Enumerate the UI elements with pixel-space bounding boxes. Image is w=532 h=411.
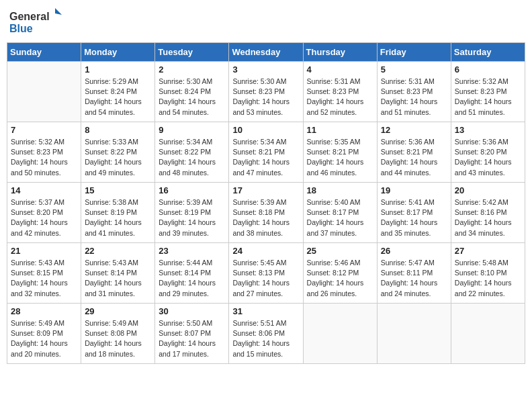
day-info: Sunrise: 5:38 AMSunset: 8:19 PMDaylight:… bbox=[85, 197, 151, 238]
logo: GeneralBlue bbox=[9, 7, 63, 37]
calendar-cell: 5Sunrise: 5:31 AMSunset: 8:23 PMDaylight… bbox=[377, 62, 451, 122]
day-info: Sunrise: 5:34 AMSunset: 8:21 PMDaylight:… bbox=[232, 137, 299, 178]
calendar-week-3: 14Sunrise: 5:37 AMSunset: 8:20 PMDayligh… bbox=[7, 183, 525, 243]
calendar-cell bbox=[377, 304, 451, 364]
calendar-cell: 30Sunrise: 5:50 AMSunset: 8:07 PMDayligh… bbox=[155, 304, 229, 364]
day-number: 11 bbox=[307, 125, 373, 135]
calendar-header-wednesday: Wednesday bbox=[229, 43, 303, 62]
day-number: 1 bbox=[85, 64, 151, 75]
day-number: 5 bbox=[381, 64, 447, 75]
calendar-week-5: 28Sunrise: 5:49 AMSunset: 8:09 PMDayligh… bbox=[7, 304, 525, 364]
calendar-cell: 25Sunrise: 5:46 AMSunset: 8:12 PMDayligh… bbox=[303, 243, 377, 304]
day-info: Sunrise: 5:31 AMSunset: 8:23 PMDaylight:… bbox=[381, 77, 447, 118]
day-number: 20 bbox=[455, 185, 521, 195]
calendar-cell: 9Sunrise: 5:34 AMSunset: 8:22 PMDaylight… bbox=[155, 122, 229, 183]
day-info: Sunrise: 5:32 AMSunset: 8:23 PMDaylight:… bbox=[455, 77, 521, 118]
day-info: Sunrise: 5:33 AMSunset: 8:22 PMDaylight:… bbox=[85, 137, 151, 178]
day-number: 24 bbox=[232, 246, 299, 256]
day-number: 3 bbox=[232, 64, 299, 75]
calendar-cell: 12Sunrise: 5:36 AMSunset: 8:21 PMDayligh… bbox=[377, 122, 451, 183]
day-number: 9 bbox=[159, 125, 225, 135]
calendar-header-thursday: Thursday bbox=[303, 43, 377, 62]
day-info: Sunrise: 5:51 AMSunset: 8:06 PMDaylight:… bbox=[232, 318, 299, 359]
calendar-cell: 17Sunrise: 5:39 AMSunset: 8:18 PMDayligh… bbox=[229, 183, 303, 243]
calendar-cell: 27Sunrise: 5:48 AMSunset: 8:10 PMDayligh… bbox=[451, 243, 525, 304]
calendar-cell: 24Sunrise: 5:45 AMSunset: 8:13 PMDayligh… bbox=[229, 243, 303, 304]
calendar-cell: 14Sunrise: 5:37 AMSunset: 8:20 PMDayligh… bbox=[7, 183, 81, 243]
calendar-header-row: SundayMondayTuesdayWednesdayThursdayFrid… bbox=[7, 43, 525, 62]
day-info: Sunrise: 5:49 AMSunset: 8:08 PMDaylight:… bbox=[85, 318, 151, 359]
calendar-header-tuesday: Tuesday bbox=[155, 43, 229, 62]
calendar-cell: 20Sunrise: 5:42 AMSunset: 8:16 PMDayligh… bbox=[451, 183, 525, 243]
day-info: Sunrise: 5:42 AMSunset: 8:16 PMDaylight:… bbox=[455, 197, 521, 238]
day-number: 16 bbox=[159, 185, 225, 195]
day-number: 29 bbox=[85, 306, 151, 316]
day-number: 21 bbox=[11, 246, 77, 256]
day-info: Sunrise: 5:43 AMSunset: 8:14 PMDaylight:… bbox=[85, 258, 151, 299]
day-number: 23 bbox=[159, 246, 225, 256]
day-number: 14 bbox=[11, 185, 77, 195]
day-info: Sunrise: 5:45 AMSunset: 8:13 PMDaylight:… bbox=[232, 258, 299, 299]
day-number: 10 bbox=[232, 125, 299, 135]
day-info: Sunrise: 5:37 AMSunset: 8:20 PMDaylight:… bbox=[11, 197, 77, 238]
calendar-cell: 2Sunrise: 5:30 AMSunset: 8:24 PMDaylight… bbox=[155, 62, 229, 122]
day-info: Sunrise: 5:49 AMSunset: 8:09 PMDaylight:… bbox=[11, 318, 77, 359]
day-info: Sunrise: 5:32 AMSunset: 8:23 PMDaylight:… bbox=[11, 137, 77, 178]
day-number: 30 bbox=[159, 306, 225, 316]
day-number: 19 bbox=[381, 185, 447, 195]
calendar-cell: 10Sunrise: 5:34 AMSunset: 8:21 PMDayligh… bbox=[229, 122, 303, 183]
calendar-cell: 19Sunrise: 5:41 AMSunset: 8:17 PMDayligh… bbox=[377, 183, 451, 243]
day-info: Sunrise: 5:39 AMSunset: 8:18 PMDaylight:… bbox=[232, 197, 299, 238]
day-info: Sunrise: 5:30 AMSunset: 8:23 PMDaylight:… bbox=[232, 77, 299, 118]
calendar-cell: 1Sunrise: 5:29 AMSunset: 8:24 PMDaylight… bbox=[81, 62, 155, 122]
day-info: Sunrise: 5:29 AMSunset: 8:24 PMDaylight:… bbox=[85, 77, 151, 118]
day-number: 12 bbox=[381, 125, 447, 135]
svg-text:General: General bbox=[9, 11, 50, 22]
day-info: Sunrise: 5:41 AMSunset: 8:17 PMDaylight:… bbox=[381, 197, 447, 238]
calendar-cell: 11Sunrise: 5:35 AMSunset: 8:21 PMDayligh… bbox=[303, 122, 377, 183]
day-number: 25 bbox=[307, 246, 373, 256]
day-info: Sunrise: 5:44 AMSunset: 8:14 PMDaylight:… bbox=[159, 258, 225, 299]
day-number: 8 bbox=[85, 125, 151, 135]
calendar-header-friday: Friday bbox=[377, 43, 451, 62]
calendar-body: 1Sunrise: 5:29 AMSunset: 8:24 PMDaylight… bbox=[7, 62, 525, 364]
day-number: 15 bbox=[85, 185, 151, 195]
calendar-cell: 22Sunrise: 5:43 AMSunset: 8:14 PMDayligh… bbox=[81, 243, 155, 304]
day-number: 28 bbox=[11, 306, 77, 316]
day-number: 31 bbox=[232, 306, 299, 316]
calendar-cell: 4Sunrise: 5:31 AMSunset: 8:23 PMDaylight… bbox=[303, 62, 377, 122]
day-info: Sunrise: 5:30 AMSunset: 8:24 PMDaylight:… bbox=[159, 77, 225, 118]
svg-marker-1 bbox=[55, 8, 62, 15]
day-info: Sunrise: 5:40 AMSunset: 8:17 PMDaylight:… bbox=[307, 197, 373, 238]
day-number: 22 bbox=[85, 246, 151, 256]
calendar-cell: 31Sunrise: 5:51 AMSunset: 8:06 PMDayligh… bbox=[229, 304, 303, 364]
calendar-header-saturday: Saturday bbox=[451, 43, 525, 62]
calendar-week-2: 7Sunrise: 5:32 AMSunset: 8:23 PMDaylight… bbox=[7, 122, 525, 183]
day-info: Sunrise: 5:36 AMSunset: 8:21 PMDaylight:… bbox=[381, 137, 447, 178]
day-number: 17 bbox=[232, 185, 299, 195]
calendar-cell bbox=[451, 304, 525, 364]
day-info: Sunrise: 5:31 AMSunset: 8:23 PMDaylight:… bbox=[307, 77, 373, 118]
day-info: Sunrise: 5:47 AMSunset: 8:11 PMDaylight:… bbox=[381, 258, 447, 299]
calendar-table: SundayMondayTuesdayWednesdayThursdayFrid… bbox=[7, 42, 525, 364]
day-number: 26 bbox=[381, 246, 447, 256]
day-info: Sunrise: 5:34 AMSunset: 8:22 PMDaylight:… bbox=[159, 137, 225, 178]
day-info: Sunrise: 5:36 AMSunset: 8:20 PMDaylight:… bbox=[455, 137, 521, 178]
day-number: 2 bbox=[159, 64, 225, 75]
calendar-cell: 3Sunrise: 5:30 AMSunset: 8:23 PMDaylight… bbox=[229, 62, 303, 122]
day-number: 13 bbox=[455, 125, 521, 135]
calendar-cell: 29Sunrise: 5:49 AMSunset: 8:08 PMDayligh… bbox=[81, 304, 155, 364]
calendar-cell: 28Sunrise: 5:49 AMSunset: 8:09 PMDayligh… bbox=[7, 304, 81, 364]
day-info: Sunrise: 5:39 AMSunset: 8:19 PMDaylight:… bbox=[159, 197, 225, 238]
day-number: 4 bbox=[307, 64, 373, 75]
calendar-cell: 21Sunrise: 5:43 AMSunset: 8:15 PMDayligh… bbox=[7, 243, 81, 304]
day-number: 6 bbox=[455, 64, 521, 75]
calendar-cell: 15Sunrise: 5:38 AMSunset: 8:19 PMDayligh… bbox=[81, 183, 155, 243]
day-number: 27 bbox=[455, 246, 521, 256]
calendar-cell: 23Sunrise: 5:44 AMSunset: 8:14 PMDayligh… bbox=[155, 243, 229, 304]
day-info: Sunrise: 5:50 AMSunset: 8:07 PMDaylight:… bbox=[159, 318, 225, 359]
logo-svg: GeneralBlue bbox=[9, 7, 63, 37]
calendar-cell bbox=[303, 304, 377, 364]
calendar-cell: 13Sunrise: 5:36 AMSunset: 8:20 PMDayligh… bbox=[451, 122, 525, 183]
calendar-week-4: 21Sunrise: 5:43 AMSunset: 8:15 PMDayligh… bbox=[7, 243, 525, 304]
